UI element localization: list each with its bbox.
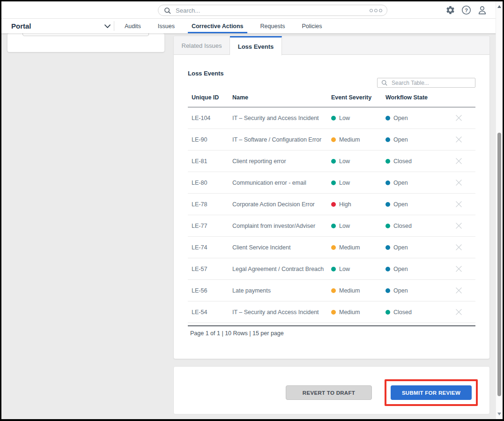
severity-dot-icon (331, 137, 336, 142)
loss-event-name: Communication error - email (232, 180, 331, 186)
severity-label: Low (339, 266, 350, 272)
search-more-icon[interactable] (370, 9, 382, 12)
tab-related-issues[interactable]: Related Issues (174, 36, 230, 55)
remove-row-icon[interactable] (455, 244, 462, 251)
submit-for-review-button[interactable]: SUBMIT FOR REVIEW (391, 385, 472, 400)
loss-event-name: IT – Security and Access Incident (232, 115, 331, 121)
loss-event-severity: Medium (331, 287, 385, 294)
loss-event-state: Open (385, 201, 447, 208)
svg-text:?: ? (465, 8, 468, 13)
nav-divider (114, 21, 114, 31)
loss-event-state: Closed (385, 158, 447, 165)
state-label: Open (393, 244, 408, 251)
top-bar: ? (1, 1, 503, 19)
state-label: Open (393, 287, 408, 294)
table-header: Unique ID Name Event Severity Workflow S… (188, 94, 475, 107)
severity-label: Medium (339, 244, 360, 251)
remove-row-icon[interactable] (455, 179, 462, 186)
nav-tab-issues[interactable]: Issues (149, 19, 183, 33)
table-row: LE-54 IT – Security and Access Incident … (188, 301, 475, 323)
loss-event-state: Open (385, 115, 447, 121)
column-header-event-severity: Event Severity (331, 94, 385, 101)
state-dot-icon (385, 202, 390, 207)
settings-gear-icon[interactable] (445, 5, 455, 15)
severity-dot-icon (331, 245, 336, 250)
loss-event-state: Open (385, 266, 447, 272)
table-row: LE-77 Complaint from investor/Adviser Lo… (188, 215, 475, 237)
table-row: LE-78 Corporate Action Decision Error Hi… (188, 194, 475, 215)
scroll-up-arrow-icon[interactable] (497, 5, 501, 8)
severity-label: Medium (339, 309, 360, 316)
loss-event-name: Client reporting error (232, 158, 331, 165)
remove-row-icon[interactable] (455, 222, 462, 229)
panel-body: Loss Events Unique ID Name Event Severit… (174, 55, 489, 337)
top-bar-actions: ? (445, 5, 487, 15)
state-label: Closed (393, 223, 412, 229)
loss-event-severity: Low (331, 115, 385, 121)
tab-loss-events[interactable]: Loss Events (230, 36, 282, 55)
scroll-down-arrow-icon[interactable] (497, 413, 501, 415)
nav-tab-corrective-actions[interactable]: Corrective Actions (183, 19, 252, 33)
remove-row-icon[interactable] (455, 201, 462, 208)
state-label: Closed (393, 158, 412, 165)
loss-event-state: Open (385, 244, 447, 251)
nav-tab-audits[interactable]: Audits (116, 19, 149, 33)
remove-row-icon[interactable] (455, 136, 462, 143)
table-search-input[interactable] (391, 79, 471, 87)
column-header-workflow-state: Workflow State (385, 94, 447, 101)
help-icon[interactable]: ? (461, 5, 471, 15)
severity-label: Low (339, 223, 350, 229)
left-panel-card (7, 33, 164, 52)
table-row: LE-57 Legal Agreement / Contract Breach … (188, 258, 475, 280)
scrollbar-thumb[interactable] (497, 133, 501, 396)
table-row: LE-74 Client Service Incident Medium Ope… (188, 237, 475, 258)
loss-event-severity: Low (331, 266, 385, 272)
vertical-scrollbar[interactable] (496, 1, 503, 419)
state-label: Open (393, 115, 408, 121)
loss-event-state: Closed (385, 223, 447, 229)
table-row: LE-90 IT – Software / Configuration Erro… (188, 129, 475, 150)
remove-row-icon[interactable] (455, 158, 462, 165)
global-search-input[interactable] (175, 7, 370, 15)
table-toolbar (188, 78, 475, 88)
severity-label: Low (339, 158, 350, 165)
nav-tab-requests[interactable]: Requests (252, 19, 294, 33)
loss-events-panel: Related Issues Loss Events Loss Events U… (173, 36, 490, 359)
loss-event-id: LE-104 (192, 115, 232, 121)
remove-row-icon[interactable] (455, 114, 462, 121)
loss-event-severity: Low (331, 158, 385, 165)
loss-event-state: Open (385, 136, 447, 143)
loss-event-id: LE-78 (192, 201, 232, 208)
annotation-highlight: SUBMIT FOR REVIEW (385, 379, 478, 406)
severity-dot-icon (331, 224, 336, 228)
table-body: LE-104 IT – Security and Access Incident… (188, 107, 475, 323)
loss-event-state: Open (385, 180, 447, 186)
search-icon (381, 80, 387, 86)
loss-event-id: LE-74 (192, 244, 232, 251)
section-title: Loss Events (188, 55, 475, 77)
loss-event-id: LE-90 (192, 136, 232, 143)
portal-label: Portal (11, 22, 31, 30)
table-row: LE-56 Late payments Medium Open (188, 280, 475, 301)
remove-row-icon[interactable] (455, 287, 462, 294)
global-search[interactable] (158, 5, 387, 16)
revert-to-draft-button[interactable]: REVERT TO DRAFT (286, 385, 372, 400)
remove-row-icon[interactable] (455, 265, 462, 272)
portal-dropdown[interactable]: Portal (11, 19, 111, 33)
loss-event-name: Corporate Action Decision Error (232, 201, 331, 208)
state-dot-icon (385, 310, 390, 315)
loss-event-name: IT – Security and Access Incident (232, 309, 331, 316)
state-dot-icon (385, 116, 390, 120)
nav-tab-policies[interactable]: Policies (293, 19, 330, 33)
remove-row-icon[interactable] (455, 308, 462, 316)
search-icon (164, 7, 171, 14)
table-search[interactable] (377, 78, 475, 88)
state-dot-icon (385, 245, 390, 250)
state-label: Open (393, 136, 408, 143)
severity-dot-icon (331, 180, 336, 185)
panel-tabstrip: Related Issues Loss Events (174, 36, 489, 55)
app-window: ? Portal Audits Issues Corrective Action… (1, 1, 503, 419)
left-panel-field[interactable] (22, 33, 149, 36)
user-account-icon[interactable] (477, 5, 487, 15)
severity-dot-icon (331, 288, 336, 293)
